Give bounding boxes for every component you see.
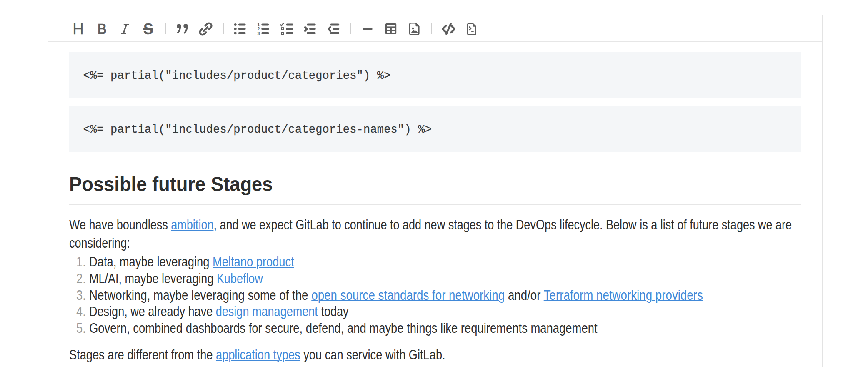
- svg-text:3: 3: [258, 31, 260, 35]
